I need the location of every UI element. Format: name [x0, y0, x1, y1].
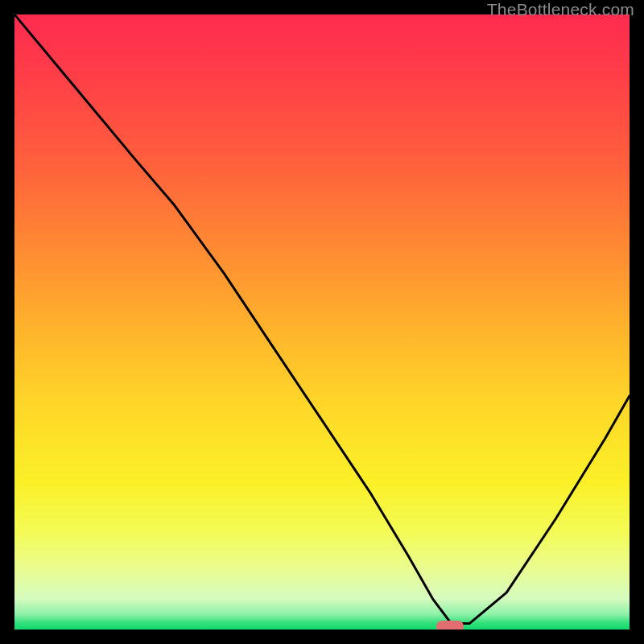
curve-path: [14, 14, 630, 623]
optimal-point-marker: [436, 621, 464, 630]
chart-plot-area: [14, 14, 630, 630]
bottleneck-curve: [14, 14, 630, 630]
watermark-text: TheBottleneck.com: [487, 0, 634, 19]
chart-frame: TheBottleneck.com: [0, 0, 644, 644]
